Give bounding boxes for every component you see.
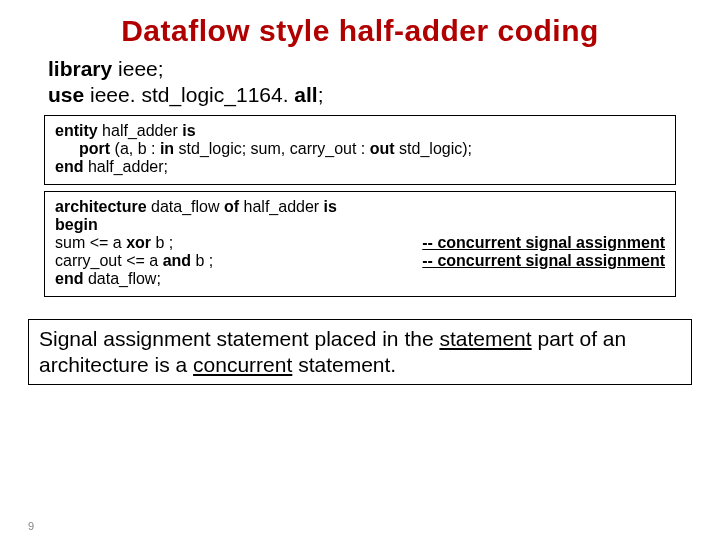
library-block: library ieee; use ieee. std_logic_1164. … bbox=[48, 56, 672, 109]
library-line: library ieee; bbox=[48, 56, 672, 82]
kw-all: all bbox=[294, 83, 317, 106]
arch-line-3: sum <= a xor b ; -- concurrent signal as… bbox=[55, 234, 665, 252]
entity-name: half_adder bbox=[98, 122, 183, 139]
page-number: 9 bbox=[28, 520, 34, 532]
semi: ; bbox=[318, 83, 324, 106]
footer-t3: statement. bbox=[292, 353, 396, 376]
arch-line-4: carry_out <= a and b ; -- concurrent sig… bbox=[55, 252, 665, 270]
entity-line-2: port (a, b : in std_logic; sum, carry_ou… bbox=[55, 140, 665, 158]
kw-and: and bbox=[163, 252, 191, 269]
port-t2: std_logic; sum, carry_out : bbox=[174, 140, 370, 157]
carry-a: carry_out <= a bbox=[55, 252, 163, 269]
entity-line-3: end half_adder; bbox=[55, 158, 665, 176]
kw-begin: begin bbox=[55, 216, 98, 233]
library-rest: ieee; bbox=[112, 57, 163, 80]
port-t1: (a, b : bbox=[115, 140, 160, 157]
kw-entity: entity bbox=[55, 122, 98, 139]
kw-is-2: is bbox=[324, 198, 337, 215]
arch-line-1: architecture data_flow of half_adder is bbox=[55, 198, 665, 216]
sum-a: sum <= a bbox=[55, 234, 126, 251]
architecture-block: architecture data_flow of half_adder is … bbox=[44, 191, 676, 297]
entity-line-1: entity half_adder is bbox=[55, 122, 665, 140]
footer-t1: Signal assignment statement placed in th… bbox=[39, 327, 439, 350]
use-line: use ieee. std_logic_1164. all; bbox=[48, 82, 672, 108]
carry-c: b ; bbox=[191, 252, 213, 269]
arch-t2: half_adder bbox=[239, 198, 324, 215]
kw-of: of bbox=[224, 198, 239, 215]
kw-in: in bbox=[160, 140, 174, 157]
slide-title: Dataflow style half-adder coding bbox=[0, 0, 720, 56]
kw-out: out bbox=[370, 140, 395, 157]
sum-c: b ; bbox=[151, 234, 173, 251]
use-rest: ieee. std_logic_1164. bbox=[84, 83, 294, 106]
kw-port: port bbox=[79, 140, 115, 157]
arch-line-5: end data_flow; bbox=[55, 270, 665, 288]
comment-2: -- concurrent signal assignment bbox=[422, 252, 665, 270]
footer-u1: statement bbox=[439, 327, 531, 350]
kw-architecture: architecture bbox=[55, 198, 147, 215]
end-arch-name: data_flow; bbox=[83, 270, 160, 287]
kw-library: library bbox=[48, 57, 112, 80]
comment-1: -- concurrent signal assignment bbox=[422, 234, 665, 252]
end-name: half_adder; bbox=[83, 158, 168, 175]
kw-xor: xor bbox=[126, 234, 151, 251]
entity-block: entity half_adder is port (a, b : in std… bbox=[44, 115, 676, 185]
footer-note: Signal assignment statement placed in th… bbox=[28, 319, 692, 386]
arch-t1: data_flow bbox=[147, 198, 224, 215]
footer-u2: concurrent bbox=[193, 353, 292, 376]
kw-end-2: end bbox=[55, 270, 83, 287]
kw-is: is bbox=[182, 122, 195, 139]
carry-assign: carry_out <= a and b ; bbox=[55, 252, 213, 270]
kw-use: use bbox=[48, 83, 84, 106]
arch-line-2: begin bbox=[55, 216, 665, 234]
kw-end: end bbox=[55, 158, 83, 175]
port-t3: std_logic); bbox=[395, 140, 472, 157]
sum-assign: sum <= a xor b ; bbox=[55, 234, 173, 252]
